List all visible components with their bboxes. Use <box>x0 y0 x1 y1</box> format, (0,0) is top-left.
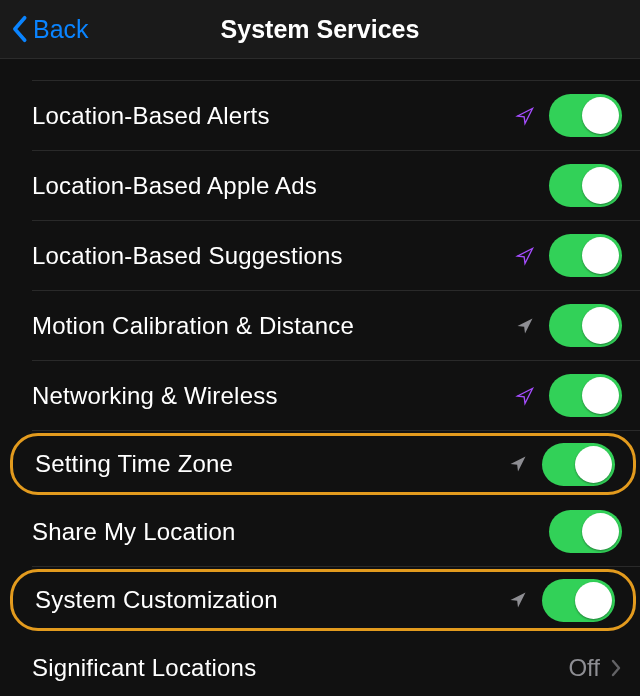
row-label: Location-Based Apple Ads <box>32 172 549 200</box>
row-label: Networking & Wireless <box>32 382 515 410</box>
back-label: Back <box>33 15 89 44</box>
chevron-left-icon <box>12 15 29 43</box>
toggle-location-based-alerts[interactable] <box>549 94 622 137</box>
chevron-right-icon <box>610 658 622 678</box>
row-label: Location-Based Alerts <box>32 102 515 130</box>
row-label: Motion Calibration & Distance <box>32 312 515 340</box>
location-arrow-icon <box>508 590 528 610</box>
row-location-based-suggestions: Location-Based Suggestions <box>32 221 640 291</box>
toggle-networking-wireless[interactable] <box>549 374 622 417</box>
row-system-customization: System Customization <box>10 569 636 631</box>
row-value: Off <box>568 654 600 682</box>
location-arrow-icon <box>515 246 535 266</box>
location-arrow-icon <box>508 454 528 474</box>
row-share-my-location: Share My Location <box>32 497 640 567</box>
back-button[interactable]: Back <box>0 15 89 44</box>
location-arrow-icon <box>515 106 535 126</box>
row-setting-time-zone: Setting Time Zone <box>10 433 636 495</box>
toggle-setting-time-zone[interactable] <box>542 443 615 486</box>
row-location-based-apple-ads: Location-Based Apple Ads <box>32 151 640 221</box>
row-label: System Customization <box>35 586 508 614</box>
page-title: System Services <box>221 15 420 44</box>
row-label: Setting Time Zone <box>35 450 508 478</box>
toggle-system-customization[interactable] <box>542 579 615 622</box>
location-arrow-icon <box>515 316 535 336</box>
row-label: Significant Locations <box>32 654 568 682</box>
row-networking-wireless: Networking & Wireless <box>32 361 640 431</box>
settings-list: Location-Based Alerts Location-Based App… <box>0 59 640 696</box>
toggle-motion-calibration-distance[interactable] <box>549 304 622 347</box>
toggle-location-based-apple-ads[interactable] <box>549 164 622 207</box>
toggle-location-based-suggestions[interactable] <box>549 234 622 277</box>
row-label: Location-Based Suggestions <box>32 242 515 270</box>
list-stub <box>32 59 640 81</box>
row-motion-calibration-distance: Motion Calibration & Distance <box>32 291 640 361</box>
location-arrow-icon <box>515 386 535 406</box>
row-location-based-alerts: Location-Based Alerts <box>32 81 640 151</box>
row-label: Share My Location <box>32 518 549 546</box>
row-significant-locations[interactable]: Significant Locations Off <box>32 633 640 696</box>
toggle-share-my-location[interactable] <box>549 510 622 553</box>
navbar: Back System Services <box>0 0 640 59</box>
